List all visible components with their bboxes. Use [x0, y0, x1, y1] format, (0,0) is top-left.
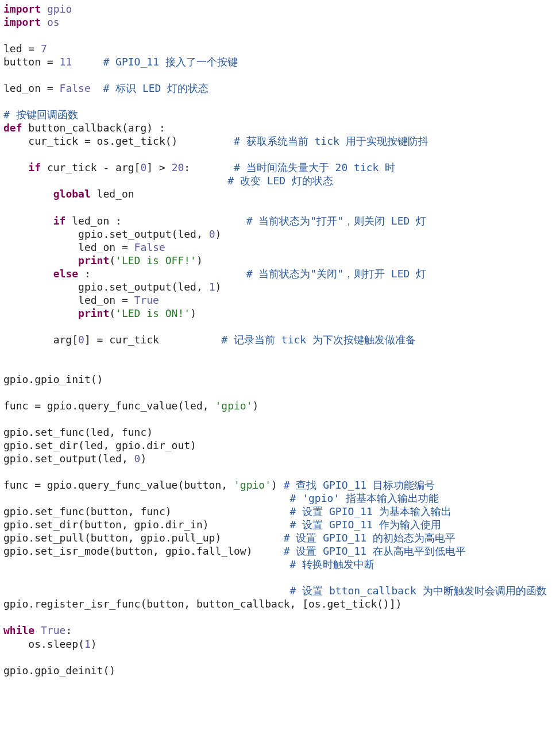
- comment: # 设置 GPIO_11 在从高电平到低电平: [284, 545, 466, 557]
- code-line: gpio.set_func(button, func) # 设置 GPIO_11…: [3, 505, 451, 517]
- code-line: print('LED is OFF!'): [3, 254, 203, 266]
- code-text: gpio.set_dir(button, gpio.dir_in): [3, 519, 209, 531]
- code-text: gpio.gpio_deinit(): [3, 664, 115, 676]
- code-line: led_on = True: [3, 294, 159, 306]
- code-text: ): [140, 452, 146, 465]
- bool-literal: False: [60, 82, 91, 94]
- code-text: gpio.set_output(led,: [3, 452, 134, 465]
- code-line: gpio.set_isr_mode(button, gpio.fall_low)…: [3, 545, 466, 557]
- code-line: gpio.set_dir(led, gpio.dir_out): [3, 439, 196, 451]
- comment: # 设置 btton_callback 为中断触发时会调用的函数: [290, 585, 547, 597]
- code-text: button =: [3, 56, 60, 68]
- code-text: os.sleep(: [3, 638, 84, 650]
- code-text: func = gpio.query_func_value(led,: [3, 400, 215, 412]
- paren: (: [109, 254, 115, 266]
- code-line: if led_on : # 当前状态为"打开"，则关闭 LED 灯: [3, 215, 426, 227]
- module-name: os: [47, 16, 60, 28]
- code-line: gpio.gpio_init(): [3, 373, 103, 385]
- code-text: led_on: [91, 188, 134, 200]
- paren: ): [196, 254, 203, 266]
- code-line: # 'gpio' 指基本输入输出功能: [3, 492, 439, 504]
- code-line: func = gpio.query_func_value(button, 'gp…: [3, 479, 435, 491]
- code-text: ): [215, 228, 221, 240]
- code-text: arg[: [3, 334, 78, 346]
- code-block: import gpio import os led = 7 button = 1…: [0, 0, 560, 679]
- code-text: :: [78, 268, 91, 280]
- code-text: ] >: [146, 161, 171, 173]
- comment: # 当前状态为"关闭"，则打开 LED 灯: [246, 268, 427, 280]
- module-name: gpio: [47, 3, 72, 15]
- comment: # 当前状态为"打开"，则关闭 LED 灯: [246, 215, 427, 227]
- keyword-while: while: [3, 624, 34, 636]
- code-line: gpio.set_func(led, func): [3, 426, 153, 438]
- code-line: while True:: [3, 624, 72, 636]
- code-line: gpio.set_output(led, 0): [3, 228, 221, 240]
- code-text: gpio.set_dir(led, gpio.dir_out): [3, 439, 196, 451]
- code-text: func = gpio.query_func_value(button,: [3, 479, 234, 491]
- paren: ): [190, 307, 196, 319]
- function-signature: button_callback(arg) :: [22, 122, 165, 134]
- code-line: arg[0] = cur_tick # 记录当前 tick 为下次按键触发做准备: [3, 334, 416, 346]
- comment: # 转换时触发中断: [290, 558, 375, 570]
- code-line: global led_on: [3, 188, 134, 200]
- comment: # 标识 LED 灯的状态: [103, 82, 208, 94]
- comment: # GPIO_11 接入了一个按键: [103, 56, 237, 68]
- number-literal: 11: [60, 56, 72, 68]
- builtin-print: print: [78, 307, 109, 319]
- comment: # 当时间流失量大于 20 tick 时: [234, 161, 395, 173]
- string-literal: 'gpio': [215, 400, 252, 412]
- keyword-def: def: [3, 122, 22, 134]
- code-text: cur_tick - arg[: [41, 161, 140, 173]
- code-text: :: [184, 161, 190, 173]
- code-text: gpio.set_func(button, func): [3, 505, 172, 517]
- code-text: ): [271, 479, 277, 491]
- number-literal: 7: [41, 42, 47, 55]
- comment: # 改变 LED 灯的状态: [227, 175, 333, 187]
- code-text: ): [215, 281, 221, 293]
- comment: # 设置 GPIO_11 为基本输入输出: [290, 505, 451, 517]
- code-text: led_on =: [3, 82, 60, 94]
- bool-literal: True: [41, 624, 65, 636]
- code-text: led =: [3, 42, 41, 55]
- space: [34, 624, 41, 636]
- code-line: led_on = False: [3, 241, 165, 253]
- code-line: gpio.set_dir(button, gpio.dir_in) # 设置 G…: [3, 519, 441, 531]
- code-text: gpio.set_func(led, func): [3, 426, 153, 438]
- code-text: ] = cur_tick: [84, 334, 159, 346]
- code-line: gpio.set_pull(button, gpio.pull_up) # 设置…: [3, 532, 455, 544]
- code-line: else : # 当前状态为"关闭"，则打开 LED 灯: [3, 268, 426, 280]
- code-line: gpio.gpio_deinit(): [3, 664, 115, 676]
- code-text: led_on :: [65, 215, 122, 227]
- number-literal: 0: [209, 228, 215, 240]
- number-literal: 0: [134, 452, 141, 465]
- bool-literal: True: [134, 294, 159, 306]
- code-line: gpio.set_output(led, 1): [3, 281, 221, 293]
- code-text: gpio.set_output(led,: [3, 228, 209, 240]
- code-line: import gpio: [3, 3, 72, 15]
- comment: # 设置 GPIO_11 作为输入使用: [290, 519, 441, 531]
- code-text: gpio.set_output(led,: [3, 281, 209, 293]
- code-text: gpio.register_isr_func(button, button_ca…: [3, 598, 402, 610]
- code-line: import os: [3, 16, 60, 28]
- code-text: cur_tick = os.get_tick(): [3, 135, 177, 147]
- colon: :: [65, 624, 72, 636]
- code-line: # 按键回调函数: [3, 109, 78, 121]
- code-line: cur_tick = os.get_tick() # 获取系统当前 tick 用…: [3, 135, 428, 147]
- code-text: gpio.set_isr_mode(button, gpio.fall_low): [3, 545, 252, 557]
- code-text: ): [91, 638, 97, 650]
- keyword-else: else: [53, 268, 78, 280]
- keyword-global: global: [53, 188, 91, 200]
- paren: (: [109, 307, 115, 319]
- code-text: led_on =: [3, 241, 134, 253]
- code-line: gpio.register_isr_func(button, button_ca…: [3, 598, 402, 610]
- number-literal: 20: [172, 161, 184, 173]
- builtin-print: print: [78, 254, 109, 266]
- code-line: if cur_tick - arg[0] > 20: # 当时间流失量大于 20…: [3, 161, 395, 173]
- comment: # 获取系统当前 tick 用于实现按键防抖: [234, 135, 428, 147]
- number-literal: 0: [140, 161, 146, 173]
- code-text: gpio.gpio_init(): [3, 373, 103, 385]
- keyword-if: if: [28, 161, 41, 173]
- comment: # 按键回调函数: [3, 109, 78, 121]
- code-line: # 设置 btton_callback 为中断触发时会调用的函数: [3, 585, 547, 597]
- code-line: gpio.set_output(led, 0): [3, 452, 146, 465]
